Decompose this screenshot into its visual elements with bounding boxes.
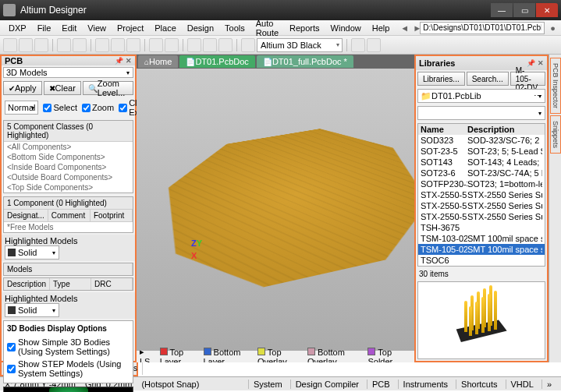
search-button[interactable]: Search... xyxy=(467,72,509,86)
toolbar: Altium 3D Black xyxy=(0,36,561,55)
tb-new[interactable] xyxy=(3,38,17,52)
menu-window[interactable]: Window xyxy=(325,23,367,33)
tb-cut[interactable] xyxy=(187,38,201,52)
tb-redo[interactable] xyxy=(165,38,179,52)
lib-row[interactable]: STX-2550-5NSTX-2550 Series Surface xyxy=(418,189,545,200)
menu-edit[interactable]: Edit xyxy=(56,23,82,33)
tb-run[interactable] xyxy=(241,38,255,52)
tb-zoom-out[interactable] xyxy=(126,38,140,52)
normal-combo[interactable]: Normal xyxy=(5,101,38,115)
solid-combo-2[interactable]: Solid xyxy=(5,303,59,317)
mode-combo[interactable]: 3D Models xyxy=(3,67,133,78)
sys-shortcuts[interactable]: Shortcuts xyxy=(456,380,502,389)
tb-save[interactable] xyxy=(34,38,48,52)
layer-top-overlay[interactable]: Top Overlay xyxy=(257,348,301,363)
3d-canvas[interactable]: ⌂ Home 📄 DT01.PcbDoc 📄 DT01_full.PcbDoc … xyxy=(137,55,561,362)
tb-preview[interactable] xyxy=(73,38,87,52)
sys-compiler[interactable]: Design Compiler xyxy=(290,380,364,389)
tb-zoom-in[interactable] xyxy=(111,38,125,52)
show-step-check[interactable] xyxy=(7,365,16,373)
menu-help[interactable]: Help xyxy=(367,23,396,33)
nav-home-icon[interactable]: ⌂ xyxy=(557,23,561,33)
menu-autoroute[interactable]: Auto Route xyxy=(250,19,284,37)
nav-back-icon[interactable]: ◄ xyxy=(395,23,407,33)
menu-file[interactable]: File xyxy=(32,23,57,33)
lib-list[interactable]: NameDescription SOD323SOD-323/SC-76; 2 L… xyxy=(417,123,545,267)
tb-copy[interactable] xyxy=(203,38,217,52)
rail-pcb-inspector[interactable]: PCB Inspector xyxy=(550,58,561,114)
close-button[interactable]: ✕ xyxy=(536,3,558,17)
minimize-button[interactable]: — xyxy=(491,3,513,17)
tb-more1[interactable] xyxy=(351,38,365,52)
pcb-preview[interactable] xyxy=(3,387,133,392)
libraries-button[interactable]: Libraries... xyxy=(417,72,465,86)
pcb-panel: PCB📌 ✕ 3D Models ✔ Apply ✖ Clear 🔍 Zoom … xyxy=(0,55,137,362)
menu-reports[interactable]: Reports xyxy=(284,23,325,33)
corner-arrow-icon[interactable]: » xyxy=(541,380,556,389)
tb-undo[interactable] xyxy=(149,38,163,52)
lib-filter-combo[interactable] xyxy=(417,106,545,120)
show-3d-bodies-check[interactable] xyxy=(7,343,16,351)
apply-button[interactable]: ✔ Apply xyxy=(3,81,42,95)
lib-row[interactable]: TSH-3675 xyxy=(418,222,545,233)
lib-row[interactable]: SOT23-6SOT-23/SC-74A; 5 Leads xyxy=(418,168,545,178)
lib-preview[interactable] xyxy=(417,281,545,359)
rail-snippets[interactable]: Snippets xyxy=(550,115,561,154)
tb-open[interactable] xyxy=(19,38,33,52)
ls-label[interactable]: ▸ LS xyxy=(140,347,154,362)
sys-system[interactable]: System xyxy=(248,380,287,389)
path-input[interactable] xyxy=(420,22,545,34)
tab-home[interactable]: ⌂ Home xyxy=(138,55,178,68)
components-list[interactable]: 1 Component (0 Highlighted) Designat... … xyxy=(3,196,133,233)
pin-icon[interactable]: 📌 ✕ xyxy=(115,57,132,65)
layer-top[interactable]: Top Layer xyxy=(160,348,197,363)
tab-doc2[interactable]: 📄 DT01_full.PcbDoc * xyxy=(257,55,353,68)
lib-row[interactable]: STX-2550-5NSTX-2550 Series Surface xyxy=(418,200,545,211)
sys-instruments[interactable]: Instruments xyxy=(398,380,453,389)
lib-row[interactable]: SOTFP230-3SOT23; 1=bottom-left; xyxy=(418,178,545,189)
nav-go-icon[interactable]: ● xyxy=(545,23,557,33)
lib-row[interactable]: SOT-23-5SOT-23; 5; 5-Lead Small xyxy=(418,146,545,157)
menu-project[interactable]: Project xyxy=(112,23,149,33)
lib-row[interactable]: SOT143SOT-143; 4 Leads; Body xyxy=(418,157,545,168)
layer-bottom[interactable]: Bottom Layer xyxy=(204,348,251,363)
zoom-check[interactable]: Zoom xyxy=(82,103,114,112)
clear-button[interactable]: ✖ Clear xyxy=(44,81,81,95)
lib-row[interactable]: TSOC6 xyxy=(418,255,545,266)
pcblib-combo[interactable]: 📁 DT01.PcbLib ⋯ xyxy=(417,89,545,103)
lib-row[interactable]: TSSOP14 xyxy=(418,266,545,267)
menu-place[interactable]: Place xyxy=(149,23,182,33)
status-snap: (Hotspot Snap) xyxy=(141,380,199,389)
lib-title: Libraries xyxy=(419,58,455,68)
lib-row[interactable]: TSM-103-02-LSMT 100mil space smt xyxy=(418,233,545,244)
filter-field[interactable]: M-105-02-DV xyxy=(510,72,545,86)
sys-pcb[interactable]: PCB xyxy=(367,380,395,389)
axis-gizmo[interactable]: ZYX xyxy=(191,236,202,261)
select-check[interactable]: Select xyxy=(43,103,77,112)
layer-top-solder[interactable]: Top Solder xyxy=(367,348,407,363)
sys-vhdl[interactable]: VHDL xyxy=(506,380,538,389)
tb-zoom-fit[interactable] xyxy=(95,38,109,52)
theme-combo[interactable]: Altium 3D Black xyxy=(257,38,343,52)
layer-bottom-overlay[interactable]: Bottom Overlay xyxy=(307,348,362,363)
menu-dxp[interactable]: DXP xyxy=(3,23,32,33)
maximize-button[interactable]: ▭ xyxy=(513,3,535,17)
menu-design[interactable]: Design xyxy=(182,23,219,33)
component-classes-list[interactable]: 5 Component Classes (0 Highlighted) <All… xyxy=(3,120,133,193)
menu-tools[interactable]: Tools xyxy=(219,23,250,33)
tb-print[interactable] xyxy=(57,38,71,52)
solid-combo-1[interactable]: Solid xyxy=(5,245,59,260)
lib-row[interactable]: STX-2550-5NSTX-2550 Series Surface xyxy=(418,211,545,222)
lib-row[interactable]: SOD323SOD-323/SC-76; 2 Leads xyxy=(418,135,545,146)
lib-row[interactable]: TSM-105-02-LSMT 100mil space smt xyxy=(418,244,545,255)
pcb-panel-title: PCB xyxy=(5,56,23,65)
lib-count: 30 items xyxy=(416,268,547,280)
menu-view[interactable]: View xyxy=(82,23,112,33)
display-options: 3D Bodies Display Options Show Simple 3D… xyxy=(3,320,133,383)
tb-paste[interactable] xyxy=(218,38,233,52)
tab-doc1[interactable]: 📄 DT01.PcbDoc xyxy=(179,55,254,68)
models-grid-header: Models xyxy=(3,263,133,276)
tb-more2[interactable] xyxy=(367,38,381,52)
nav-fwd-icon[interactable]: ► xyxy=(407,23,420,33)
zoom-level-button[interactable]: 🔍 Zoom Level... xyxy=(83,81,133,95)
